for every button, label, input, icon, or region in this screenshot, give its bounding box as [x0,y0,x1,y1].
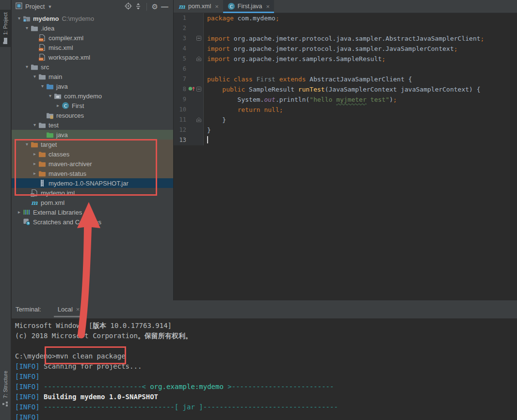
tree-row-external-libraries[interactable]: ▸External Libraries [12,207,173,217]
tree-item-label: resources [56,112,84,119]
class-icon: C [227,2,235,10]
tree-item-label: classes [48,151,69,158]
code-line-4: 4import org.apache.jmeter.protocol.java.… [174,44,517,54]
gutter: 11 [174,115,204,125]
expand-arrow[interactable]: ▾ [23,140,31,149]
collapse-all-icon[interactable] [135,3,142,11]
close-icon[interactable]: × [215,3,219,10]
toolbar-button-structure[interactable]: 7: Structure [0,368,11,409]
tree-row-src[interactable]: ▾src [12,62,173,72]
fold-open-icon[interactable] [196,84,201,94]
expand-arrow[interactable]: ▾ [23,23,31,33]
folder-exc-icon [31,140,38,148]
code-line-1: 1package com.mydemo; [174,13,517,23]
code-line-13: 13 [174,135,517,145]
editor-tab-pom-xml[interactable]: mpom.xml× [174,0,223,13]
code-line-5: 5import org.apache.jmeter.samplers.Sampl… [174,54,517,64]
tree-row-target[interactable]: ▾target [12,140,173,149]
editor-code[interactable]: 1package com.mydemo;23import org.apache.… [174,13,517,145]
gutter: 10 [174,105,204,115]
tree-row-maven-status[interactable]: ▸maven-status [12,169,173,178]
expand-arrow[interactable]: ▸ [31,169,38,178]
gutter: 6 [174,64,204,74]
tree-item-label: mydemo-1.0-SNAPSHOT.jar [48,180,129,187]
project-view-icon [16,2,22,11]
svg-text:<>: <> [39,57,43,61]
package-icon [54,92,62,100]
expand-arrow[interactable]: ▾ [31,120,38,130]
tree-row-classes[interactable]: ▸classes [12,149,173,159]
locate-file-icon[interactable] [125,2,132,11]
line-number: 12 [174,125,186,135]
tree-item-label: mydemo [33,15,59,22]
project-panel: Project ▼ ⚙ — ▾mydemoC:\mydemo▾.idea<>co… [12,0,173,300]
tree-row-resources[interactable]: resources [12,110,173,120]
close-icon[interactable]: × [76,306,80,313]
terminal-tab-local[interactable]: Local × [54,300,84,318]
terminal-line: [INFO] Building mydemo 1.0-SNAPSHOT [15,392,517,402]
terminal-line: Microsoft Windows [版本 10.0.17763.914] [15,321,517,331]
folder-src-icon [46,82,54,90]
tree-row-compiler-xml[interactable]: <>compiler.xml [12,33,173,43]
tree-row-misc-xml[interactable]: <>misc.xml [12,43,173,52]
terminal-tab-label: Local [58,306,73,313]
expand-arrow[interactable]: ▸ [16,207,23,217]
tree-row--idea[interactable]: ▾.idea [12,23,173,33]
project-tree: ▾mydemoC:\mydemo▾.idea<>compiler.xml<>mi… [12,13,173,227]
class-icon: C [62,102,69,109]
tree-item-label: maven-status [48,170,86,177]
tree-row-workspace-xml[interactable]: <>workspace.xml [12,52,173,62]
tree-row-pom-xml[interactable]: mpom.xml [12,198,173,207]
tree-row-java[interactable]: ▾java [12,81,173,91]
toolbar-button-project[interactable]: 1: Project [0,10,11,47]
tree-item-label: misc.xml [48,44,73,51]
gutter: 8 [174,84,204,94]
terminal-line [15,341,517,351]
expand-arrow[interactable]: ▸ [31,159,38,169]
tree-row-maven-archiver[interactable]: ▸maven-archiver [12,159,173,169]
line-number: 6 [174,64,186,74]
terminal-line: [INFO] ------------------------< org.exa… [15,382,517,392]
tree-row-scratches-and-consoles[interactable]: Scratches and Consoles [12,217,173,227]
tree-row-mydemo[interactable]: ▾mydemoC:\mydemo [12,14,173,23]
tree-row-java[interactable]: java [12,130,173,140]
toolbar-button-favorites[interactable]: Favorites [0,418,11,420]
expand-arrow[interactable]: ▾ [23,62,31,72]
expand-arrow[interactable]: ▸ [54,101,62,110]
editor-tab-first-java[interactable]: CFirst.java× [223,0,274,13]
tree-row-com-mydemo[interactable]: ▾com.mydemo [12,91,173,101]
expand-arrow[interactable]: ▾ [16,14,23,23]
code-text: public class First extends AbstractJavaS… [204,74,412,84]
tree-item-label: workspace.xml [48,54,90,61]
code-text [204,135,208,145]
expand-arrow[interactable]: ▸ [31,149,38,159]
override-method-icon[interactable] [188,84,195,94]
folder-exc-icon [38,160,46,168]
jar-icon [38,179,46,187]
tree-row-first[interactable]: ▸CFirst [12,101,173,110]
expand-arrow[interactable]: ▾ [47,91,54,101]
tree-row-mydemo-iml[interactable]: mydemo.iml [12,188,173,198]
hide-panel-icon[interactable]: — [161,3,168,10]
tree-item-label: .idea [41,25,54,32]
close-icon[interactable]: × [266,3,270,10]
tree-row-mydemo-1-0-snapshot-jar[interactable]: mydemo-1.0-SNAPSHOT.jar [12,178,173,188]
fold-end-icon[interactable] [196,115,201,125]
expand-arrow[interactable]: ▾ [31,72,38,81]
code-text [204,23,207,33]
chevron-down-icon[interactable]: ▼ [48,4,52,9]
code-text: public SampleResult runTest(JavaSamplerC… [204,84,481,94]
terminal-output[interactable]: Microsoft Windows [版本 10.0.17763.914](c)… [12,319,517,420]
tree-row-main[interactable]: ▾main [12,72,173,81]
tab-label: pom.xml [188,3,211,10]
editor-area[interactable]: mpom.xml×CFirst.java× 1package com.mydem… [173,0,517,300]
fold-end-icon[interactable] [196,54,201,64]
maven-icon: m [178,2,186,10]
settings-gear-icon[interactable]: ⚙ [152,3,158,10]
terminal-header: Terminal: Local × [12,300,517,319]
line-number: 7 [174,74,186,84]
fold-open-icon[interactable] [196,33,201,44]
folder-icon [38,73,46,80]
tree-row-test[interactable]: ▾test [12,120,173,130]
expand-arrow[interactable]: ▾ [39,81,46,91]
